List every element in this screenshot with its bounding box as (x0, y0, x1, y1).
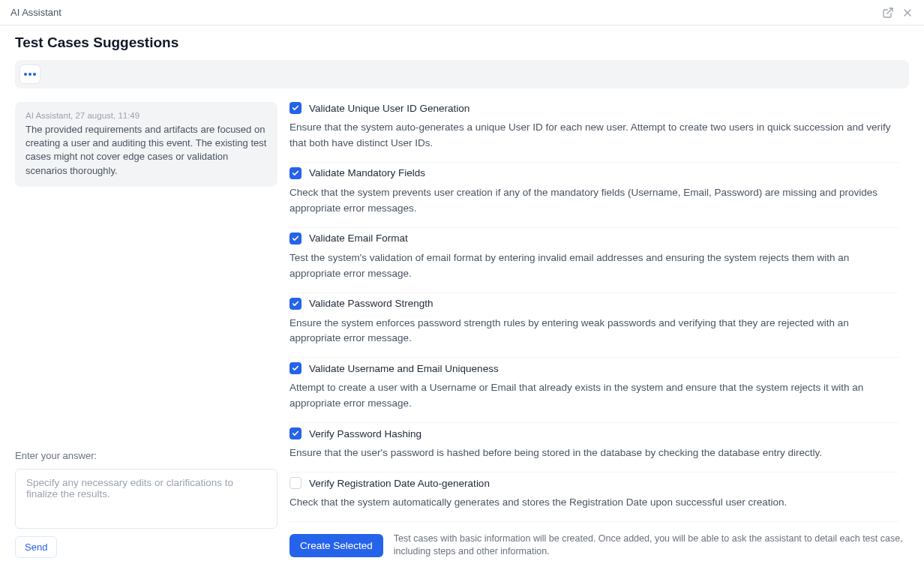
suggestion-checkbox[interactable] (290, 362, 302, 374)
suggestion-checkbox[interactable] (290, 428, 302, 440)
suggestion-title: Validate Email Format (309, 232, 408, 244)
answer-label: Enter your answer: (15, 450, 278, 461)
svg-line-0 (887, 8, 892, 14)
suggestion-header: Validate Email Format (290, 232, 898, 244)
assistant-message-meta: AI Assistant, 27 august, 11:49 (26, 111, 267, 120)
footer-help-text: Test cases with basic information will b… (394, 532, 909, 558)
suggestion-item: Verify Registration Date Auto-generation… (290, 472, 898, 521)
titlebar-title: AI Assistant (10, 7, 62, 18)
suggestion-header: Verify Registration Date Auto-generation (290, 477, 898, 489)
suggestion-checkbox[interactable] (290, 167, 302, 179)
suggestion-header: Verify Password Hashing (290, 428, 898, 440)
suggestion-item: Validate Password StrengthEnsure the sys… (290, 292, 898, 358)
suggestion-description: Ensure that the system auto-generates a … (290, 120, 898, 152)
titlebar: AI Assistant (0, 0, 924, 26)
suggestion-header: Validate Username and Email Uniqueness (290, 362, 898, 374)
create-selected-button[interactable]: Create Selected (290, 534, 383, 557)
suggestions-column: Validate Unique User ID GenerationEnsure… (290, 102, 909, 558)
suggestion-description: Attempt to create a user with a Username… (290, 380, 898, 412)
suggestion-item: Validate Unique User ID GenerationEnsure… (290, 102, 898, 162)
titlebar-actions (882, 7, 914, 19)
svg-point-3 (24, 73, 27, 76)
answer-input[interactable] (15, 469, 278, 529)
svg-point-4 (28, 73, 32, 76)
toolbar (15, 60, 909, 88)
content: Test Cases Suggestions AI Assistant, 27 … (0, 26, 924, 564)
suggestions-footer: Create Selected Test cases with basic in… (290, 525, 909, 558)
assistant-message-card: AI Assistant, 27 august, 11:49 The provi… (15, 102, 278, 187)
page-title: Test Cases Suggestions (15, 34, 909, 51)
suggestion-title: Verify Password Hashing (309, 428, 422, 440)
suggestion-description: Ensure that the user's password is hashe… (290, 446, 898, 461)
more-options-button[interactable] (20, 64, 40, 84)
suggestion-title: Validate Unique User ID Generation (309, 103, 470, 114)
send-button[interactable]: Send (15, 536, 57, 558)
suggestion-item: Validate Username and Email UniquenessAt… (290, 357, 898, 422)
suggestion-header: Validate Mandatory Fields (290, 167, 898, 179)
suggestion-description: Ensure the system enforces password stre… (290, 316, 898, 347)
suggestion-checkbox[interactable] (290, 477, 302, 489)
suggestion-checkbox[interactable] (290, 232, 302, 244)
chat-column: AI Assistant, 27 august, 11:49 The provi… (15, 102, 278, 558)
main-row: AI Assistant, 27 august, 11:49 The provi… (15, 102, 909, 558)
suggestion-header: Validate Password Strength (290, 298, 898, 310)
suggestion-checkbox[interactable] (290, 298, 302, 310)
suggestions-list[interactable]: Validate Unique User ID GenerationEnsure… (290, 102, 909, 525)
chat-spacer (15, 187, 278, 450)
suggestion-checkbox[interactable] (290, 102, 302, 114)
more-horizontal-icon (23, 72, 37, 76)
svg-point-5 (33, 73, 36, 76)
suggestion-title: Validate Password Strength (309, 298, 434, 309)
suggestion-title: Validate Mandatory Fields (309, 167, 425, 178)
ai-assistant-window: AI Assistant Test Cases Suggestions (0, 0, 924, 564)
suggestion-item: Validate Mandatory FieldsCheck that the … (290, 162, 898, 227)
suggestion-item: Verify Password HashingEnsure that the u… (290, 422, 898, 472)
suggestion-header: Validate Unique User ID Generation (290, 102, 898, 114)
suggestion-title: Validate Username and Email Uniqueness (309, 363, 499, 374)
suggestion-item: Validate Email FormatTest the system's v… (290, 227, 898, 292)
assistant-message-body: The provided requirements and artifacts … (26, 123, 267, 178)
close-icon[interactable] (902, 7, 914, 19)
suggestion-description: Check that the system prevents user crea… (290, 185, 898, 217)
suggestion-description: Check that the system automatically gene… (290, 495, 898, 511)
popout-icon[interactable] (882, 7, 894, 19)
suggestion-title: Verify Registration Date Auto-generation (309, 478, 490, 489)
suggestion-description: Test the system's validation of email fo… (290, 250, 898, 282)
